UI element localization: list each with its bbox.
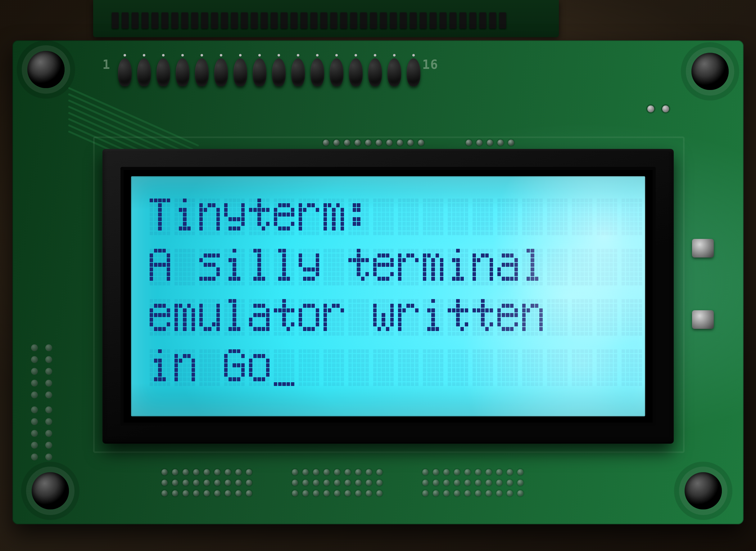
lcd-char-cell — [547, 299, 567, 336]
lcd-char-cell — [398, 249, 419, 286]
lcd-char-cell — [224, 249, 245, 286]
lcd-char-cell — [224, 198, 245, 235]
lcd-char-cell — [373, 198, 394, 235]
lcd-char-cell — [299, 349, 319, 386]
lcd-char-cell — [274, 299, 294, 336]
lcd-bezel — [102, 149, 674, 444]
lcd-char-cell — [448, 249, 468, 286]
solder-tab-icon — [692, 310, 714, 329]
lcd-char-cell — [274, 198, 294, 235]
lcd-char-cell — [398, 198, 419, 235]
lcd-char-cell — [150, 299, 170, 336]
lcd-pcb: 1 16 — [12, 40, 744, 524]
lcd-char-cell — [348, 349, 369, 386]
lcd-char-cell — [497, 299, 518, 336]
lcd-char-cell — [249, 349, 269, 386]
lcd-char-cell — [373, 349, 394, 386]
lcd-char-cell — [547, 349, 567, 386]
photo-scene: 1 16 — [0, 0, 756, 551]
lcd-char-cell — [423, 299, 443, 336]
lcd-char-cell — [348, 299, 369, 336]
lcd-char-cell — [572, 198, 592, 235]
lcd-char-cell — [373, 249, 394, 286]
lcd-char-cell — [348, 249, 369, 286]
mounting-hole-icon — [685, 472, 722, 509]
silkscreen-pin-16-label: 16 — [422, 58, 438, 71]
lcd-char-cell — [274, 249, 294, 286]
lcd-char-cell — [497, 249, 518, 286]
mounting-hole-icon — [692, 53, 729, 90]
lcd-char-cell — [249, 198, 269, 235]
lcd-char-cell — [473, 198, 493, 235]
lcd-char-cell — [224, 349, 245, 386]
lcd-char-cell — [249, 249, 269, 286]
lcd-char-cell — [175, 299, 195, 336]
lcd-char-cell — [423, 198, 443, 235]
lcd-char-cell — [448, 299, 468, 336]
lcd-char-cell — [323, 299, 344, 336]
lcd-char-cell — [249, 299, 269, 336]
lcd-char-cell — [597, 349, 617, 386]
lcd-char-cell — [597, 198, 617, 235]
lcd-char-cell — [323, 198, 344, 235]
lcd-char-cell — [497, 198, 518, 235]
lcd-char-cell — [199, 349, 220, 386]
lcd-character-grid — [150, 198, 642, 386]
lcd-char-cell — [299, 249, 319, 286]
lcd-char-cell — [597, 299, 617, 336]
lcd-char-cell — [398, 349, 419, 386]
via-strip-icon — [31, 407, 78, 460]
lcd-char-cell — [398, 299, 419, 336]
via-grid-icon — [162, 469, 252, 496]
lcd-header-pins — [118, 58, 420, 86]
lcd-char-cell — [473, 349, 493, 386]
lcd-char-cell — [572, 299, 592, 336]
lcd-char-cell — [373, 299, 394, 336]
lcd-char-cell — [473, 249, 493, 286]
lcd-char-cell — [621, 349, 642, 386]
lcd-char-cell — [175, 198, 195, 235]
lcd-char-cell — [621, 249, 642, 286]
lcd-char-cell — [522, 198, 543, 235]
lcd-char-cell — [423, 349, 443, 386]
via-grid-icon — [292, 469, 383, 496]
lcd-char-cell — [547, 249, 567, 286]
lcd-char-cell — [448, 198, 468, 235]
lcd-char-cell — [597, 249, 617, 286]
mounting-hole-icon — [27, 51, 64, 88]
lcd-char-cell — [299, 198, 319, 235]
upper-pin-header — [112, 12, 540, 31]
lcd-char-cell — [150, 349, 170, 386]
lcd-char-cell — [522, 249, 543, 286]
via-grid-icon — [422, 469, 523, 496]
lcd-char-cell — [448, 349, 468, 386]
lcd-char-cell — [199, 299, 220, 336]
lcd-char-cell — [348, 198, 369, 235]
lcd-char-cell — [547, 198, 567, 235]
lcd-char-cell — [175, 349, 195, 386]
lcd-inner-frame — [120, 167, 656, 426]
mounting-hole-icon — [32, 472, 69, 509]
lcd-char-cell — [572, 349, 592, 386]
lcd-glass — [131, 176, 645, 416]
lcd-char-cell — [150, 249, 170, 286]
lcd-char-cell — [621, 198, 642, 235]
lcd-char-cell — [150, 198, 170, 235]
lcd-char-cell — [199, 249, 220, 286]
lcd-char-cell — [323, 249, 344, 286]
lcd-char-cell — [497, 349, 518, 386]
via-pair-icon — [647, 105, 669, 112]
lcd-char-cell — [423, 249, 443, 286]
via-strip-icon — [31, 344, 78, 398]
silkscreen-pin-1-label: 1 — [102, 58, 110, 71]
lcd-char-cell — [299, 299, 319, 336]
lcd-char-cell — [522, 349, 543, 386]
lcd-char-cell — [522, 299, 543, 336]
upper-pcb-peek — [93, 0, 559, 37]
lcd-char-cell — [224, 299, 245, 336]
solder-tab-icon — [692, 239, 714, 257]
lcd-char-cell — [621, 299, 642, 336]
lcd-char-cell — [175, 249, 195, 286]
lcd-char-cell — [323, 349, 344, 386]
lcd-char-cell — [473, 299, 493, 336]
